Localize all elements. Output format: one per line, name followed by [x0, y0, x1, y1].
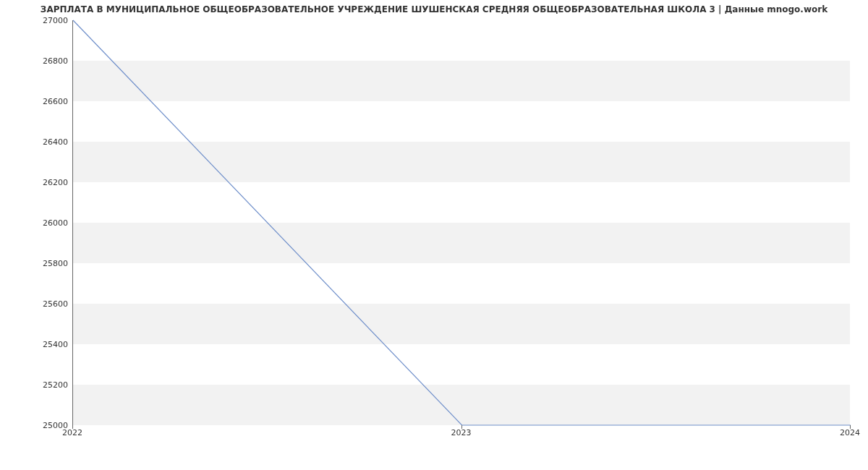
plot-area [72, 20, 850, 425]
y-tick-label: 26200 [3, 178, 68, 187]
line-layer [73, 20, 850, 424]
x-tick-label: 2024 [840, 428, 860, 437]
x-tick-mark [72, 425, 73, 429]
y-tick-label: 27000 [3, 16, 68, 25]
x-tick-mark [850, 425, 851, 429]
y-tick-label: 25600 [3, 299, 68, 309]
y-tick-label: 26400 [3, 137, 68, 147]
y-tick-label: 26600 [3, 97, 68, 106]
y-tick-label: 26000 [3, 218, 68, 228]
y-tick-label: 25800 [3, 259, 68, 268]
x-tick-mark [461, 425, 462, 429]
y-tick-label: 25200 [3, 380, 68, 390]
chart-title: ЗАРПЛАТА В МУНИЦИПАЛЬНОЕ ОБЩЕОБРАЗОВАТЕЛ… [0, 4, 868, 14]
x-tick-label: 2022 [62, 428, 82, 437]
y-tick-label: 25400 [3, 340, 68, 349]
x-tick-label: 2023 [451, 428, 472, 437]
data-line [73, 20, 851, 425]
y-tick-label: 26800 [3, 56, 68, 66]
y-tick-label: 25000 [3, 421, 68, 430]
chart-container: ЗАРПЛАТА В МУНИЦИПАЛЬНОЕ ОБЩЕОБРАЗОВАТЕЛ… [0, 0, 868, 470]
